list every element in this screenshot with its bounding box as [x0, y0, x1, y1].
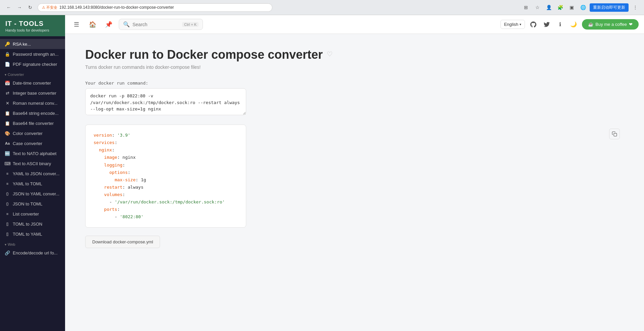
buy-coffee-button[interactable]: ☕ Buy me a coffee ❤ — [582, 19, 639, 30]
input-section: Your docker run command: docker run -p 8… — [85, 81, 624, 116]
sidebar-item-label: Case converter — [13, 141, 42, 146]
extension-icon[interactable]: 🧩 — [555, 3, 565, 12]
search-icon: 🔍 — [123, 21, 130, 28]
sidebar-item-label: TOML to YAML — [13, 232, 42, 237]
pin-button[interactable]: 📌 — [103, 18, 115, 31]
sidebar-item-label: Base64 string encode... — [13, 111, 59, 116]
sidebar-item-json-yaml[interactable]: {} JSON to YAML conver... — [0, 189, 65, 199]
sidebar-item-roman-numeral[interactable]: ✕ Roman numeral conv... — [0, 98, 65, 108]
refresh-button[interactable]: ↻ — [25, 3, 35, 12]
sidebar-item-rsa-key[interactable]: 🔑 RSA ke... — [0, 39, 65, 49]
sidebar-header: IT - TOOLS Handy tools for developers — [0, 15, 65, 36]
info-icon[interactable]: ℹ — [555, 19, 565, 30]
topbar: ☰ 🏠 📌 🔍 Ctrl + K English ▾ — [65, 15, 644, 34]
sidebar-item-text-nato[interactable]: 🔤 Text to NATO alphabet — [0, 148, 65, 158]
topbar-left: ☰ 🏠 📌 🔍 Ctrl + K — [70, 18, 203, 31]
sidebar-item-label: Encode/decode url fo... — [13, 250, 58, 255]
input-label: Your docker run command: — [85, 81, 624, 86]
sidebar-item-pdf-signature[interactable]: 📄 PDF signature checker — [0, 59, 65, 69]
svg-rect-0 — [614, 133, 617, 136]
language-selector[interactable]: English ▾ — [500, 20, 525, 29]
section-converter: Converter — [0, 69, 65, 78]
yaml-line: nginx: — [94, 146, 228, 154]
yaml-toml-icon: ≡ — [5, 181, 10, 186]
sidebar-item-list-converter[interactable]: ≡ List converter — [0, 209, 65, 219]
search-input[interactable] — [132, 22, 179, 27]
sidebar-item-base64-string[interactable]: 📋 Base64 string encode... — [0, 108, 65, 118]
sidebar-item-label: JSON to YAML conver... — [13, 191, 59, 196]
sidebar-item-date-time[interactable]: 📅 Date-time converter — [0, 78, 65, 88]
sidebar-item-label: YAML to TOML — [13, 181, 42, 186]
chevron-down-icon: ▾ — [520, 22, 521, 26]
nato-icon: 🔤 — [5, 151, 10, 156]
sidebar-item-label: YAML to JSON conver... — [13, 171, 59, 176]
sidebar-item-yaml-json[interactable]: ≡ YAML to JSON conver... — [0, 169, 65, 179]
app-logo: IT - TOOLS — [5, 20, 60, 28]
menu-toggle-button[interactable]: ☰ — [70, 18, 83, 31]
restart-button[interactable]: 重新启动即可更新 — [590, 3, 629, 12]
sidebar-item-label: Roman numeral conv... — [13, 101, 57, 106]
favorite-icon[interactable]: ♡ — [327, 50, 333, 58]
sidebar-item-json-toml[interactable]: {} JSON to TOML — [0, 199, 65, 209]
yaml-line: options: — [94, 169, 228, 176]
menu-icon[interactable]: ⋮ — [631, 3, 640, 12]
app-tagline: Handy tools for developers — [5, 28, 60, 32]
sidebar-item-yaml-toml[interactable]: ≡ YAML to TOML — [0, 179, 65, 189]
sidebar-item-password-strength[interactable]: 🔒 Password strength an... — [0, 49, 65, 59]
sidebar-item-toml-yaml[interactable]: [] TOML to YAML — [0, 229, 65, 239]
sidebar-item-integer-base[interactable]: ⇄ Integer base converter — [0, 88, 65, 98]
yaml-line: logging: — [94, 161, 228, 169]
sidebar-item-label: Date-time converter — [13, 81, 51, 86]
profile-icon[interactable]: 👤 — [544, 3, 553, 12]
convert-icon: ⇄ — [5, 90, 10, 96]
sidebar: IT - TOOLS Handy tools for developers 🔑 … — [0, 15, 65, 331]
translate-icon[interactable]: ⊞ — [521, 3, 531, 12]
sidebar-toggle-icon[interactable]: ▣ — [567, 3, 576, 12]
star-icon[interactable]: ☆ — [533, 3, 542, 12]
base64-file-icon: 📋 — [5, 121, 10, 126]
calendar-icon: 📅 — [5, 80, 10, 86]
json-yaml-icon: {} — [5, 191, 10, 196]
key-icon: 🔑 — [5, 41, 10, 47]
yaml-output: version: '3.9' services: nginx: image: n… — [94, 132, 238, 221]
sidebar-item-label: TOML to JSON — [13, 222, 42, 227]
yaml-line: ports: — [94, 206, 228, 213]
user-avatar[interactable]: 🌐 — [578, 3, 588, 12]
download-button[interactable]: Download docker-compose.yml — [85, 236, 160, 248]
sidebar-item-case-converter[interactable]: Aa Case converter — [0, 138, 65, 148]
sidebar-item-encode-url[interactable]: 🔗 Encode/decode url fo... — [0, 248, 65, 258]
sidebar-item-base64-file[interactable]: 📋 Base64 file converter — [0, 118, 65, 128]
yaml-line: volumes: — [94, 191, 228, 198]
output-box: version: '3.9' services: nginx: image: n… — [85, 125, 246, 228]
sidebar-item-label: RSA ke... — [13, 42, 31, 47]
yaml-line: restart: always — [94, 184, 228, 191]
main-content: Docker run to Docker compose converter ♡… — [65, 34, 644, 331]
output-section: version: '3.9' services: nginx: image: n… — [85, 125, 624, 228]
dark-mode-icon[interactable]: 🌙 — [569, 19, 579, 30]
sidebar-item-label: List converter — [13, 211, 39, 217]
color-icon: 🎨 — [5, 131, 10, 136]
forward-button[interactable]: → — [15, 3, 24, 12]
sidebar-item-text-ascii[interactable]: ⌨ Text to ASCII binary — [0, 158, 65, 169]
home-button[interactable]: 🏠 — [87, 18, 99, 31]
sidebar-item-label: PDF signature checker — [13, 62, 57, 67]
sidebar-item-label: Password strength an... — [13, 52, 59, 57]
yaml-line: - '/var/run/docker.sock:/tmp/docker.sock… — [94, 198, 228, 206]
section-web: Web — [0, 239, 65, 248]
coffee-icon: ☕ — [588, 22, 593, 27]
topbar-right: English ▾ ℹ 🌙 ☕ Buy me a coffee ❤ — [500, 19, 639, 30]
copy-button[interactable] — [609, 129, 620, 139]
link-icon: 🔗 — [5, 250, 10, 255]
back-button[interactable]: ← — [4, 3, 13, 12]
toml-json-icon: [] — [5, 221, 10, 227]
sidebar-nav: 🔑 RSA ke... 🔒 Password strength an... 📄 … — [0, 36, 65, 331]
sidebar-item-label: Base64 file converter — [13, 121, 54, 126]
docker-run-input[interactable]: docker run -p 8022:80 -v /var/run/docker… — [85, 88, 246, 115]
app-container: IT - TOOLS Handy tools for developers 🔑 … — [0, 15, 644, 331]
github-icon[interactable] — [528, 19, 538, 30]
sidebar-item-toml-json[interactable]: [] TOML to JSON — [0, 219, 65, 229]
sidebar-item-color-converter[interactable]: 🎨 Color converter — [0, 128, 65, 138]
twitter-icon[interactable] — [542, 19, 552, 30]
url-bar[interactable]: ⚠ 不安全 192.168.149.143:8080/docker-run-to… — [38, 3, 272, 12]
pdf-icon: 📄 — [5, 61, 10, 67]
